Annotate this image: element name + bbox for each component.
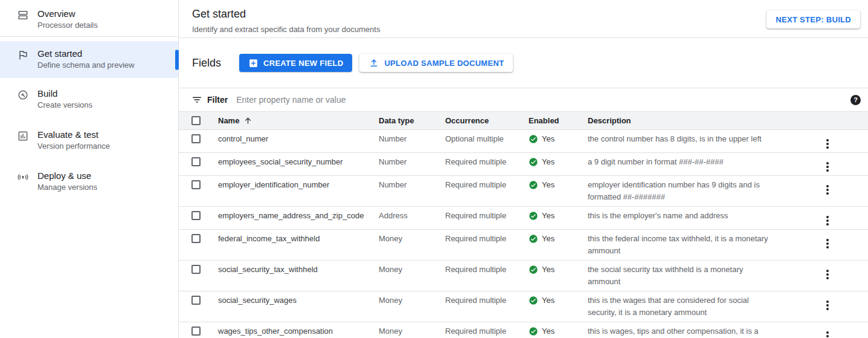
field-occurrence: Required multiple (445, 294, 529, 307)
field-occurrence: Required multiple (445, 264, 529, 276)
table-row: employees_social_security_number Number … (179, 153, 868, 176)
field-data-type: Money (379, 294, 445, 307)
sidebar-item-sublabel: Define schema and preview (37, 60, 134, 71)
row-menu-button[interactable] (825, 331, 831, 338)
check-circle-icon (529, 211, 538, 221)
field-enabled-label: Yes (542, 156, 555, 168)
table-row: social_security_wages Money Required mul… (179, 291, 868, 322)
create-new-field-button[interactable]: CREATE NEW FIELD (239, 54, 352, 72)
field-occurrence: Required multiple (445, 210, 529, 222)
field-enabled: Yes (529, 294, 588, 307)
filter-input[interactable] (236, 95, 850, 105)
field-enabled: Yes (529, 210, 588, 222)
field-description: this is the wages that are considered fo… (588, 294, 823, 319)
select-all-checkbox[interactable] (191, 116, 201, 125)
check-circle-icon (529, 157, 538, 167)
field-name: federal_income_tax_withheld (218, 233, 379, 245)
field-enabled: Yes (529, 325, 588, 337)
upload-sample-document-label: UPLOAD SAMPLE DOCUMENT (384, 59, 504, 68)
field-data-type: Number (379, 156, 445, 168)
sidebar-item-evaluate-test[interactable]: Evaluate & test Version performance (0, 125, 178, 155)
upload-icon (368, 57, 379, 68)
column-header-enabled[interactable]: Enabled (529, 116, 588, 125)
flag-icon (17, 49, 29, 61)
sidebar-item-sublabel: Processor details (37, 20, 98, 31)
table-body: control_numer Number Optional multiple Y… (179, 130, 868, 338)
row-checkbox[interactable] (191, 211, 201, 220)
column-header-data-type[interactable]: Data type (379, 116, 445, 125)
row-checkbox[interactable] (191, 327, 201, 336)
add-box-icon (248, 58, 259, 68)
deploy-icon (17, 171, 29, 183)
field-occurrence: Required multiple (445, 156, 529, 168)
check-circle-icon (529, 234, 538, 244)
check-circle-icon (529, 265, 538, 275)
field-description: this is the employer's name and address (588, 210, 823, 222)
sidebar-item-overview[interactable]: Overview Processor details (0, 5, 178, 34)
field-name: employer_identification_number (218, 179, 379, 191)
field-enabled-label: Yes (542, 210, 555, 222)
filter-icon (191, 94, 202, 105)
field-enabled: Yes (529, 179, 588, 191)
upload-sample-document-button[interactable]: UPLOAD SAMPLE DOCUMENT (359, 54, 513, 72)
field-name: employees_social_security_number (218, 156, 379, 168)
field-data-type: Money (379, 264, 445, 276)
table-header-row: Name Data type Occurrence Enabled Descri… (179, 112, 868, 130)
create-new-field-label: CREATE NEW FIELD (263, 59, 343, 68)
build-icon (17, 89, 29, 101)
field-occurrence: Required multiple (445, 325, 529, 337)
sidebar-item-label: Build (37, 88, 92, 99)
sidebar: Overview Processor details Get started D… (0, 0, 179, 338)
fields-section-header: Fields CREATE NEW FIELD UPLOAD SAMPLE DO… (179, 38, 868, 88)
field-description: the control number has 8 digits, is in t… (588, 133, 823, 145)
field-enabled: Yes (529, 156, 588, 168)
page-header: Get started Identify and extract specifi… (179, 0, 868, 38)
filter-label: Filter (207, 95, 228, 105)
page-subtitle: Identify and extract specific data from … (192, 25, 380, 34)
field-description: employer identification number has 9 dig… (588, 179, 823, 203)
table-row: employers_name_address_and_zip_code Addr… (179, 207, 868, 230)
field-data-type: Number (379, 133, 445, 145)
main-content: Get started Identify and extract specifi… (179, 0, 868, 338)
next-step-build-label: NEXT STEP: BUILD (776, 15, 851, 24)
column-header-description[interactable]: Description (588, 116, 823, 125)
field-data-type: Money (379, 233, 445, 245)
row-checkbox[interactable] (191, 157, 201, 166)
help-icon[interactable] (850, 95, 861, 105)
row-checkbox[interactable] (191, 134, 201, 143)
field-name: wages_tips_other_compensation (218, 325, 379, 337)
sidebar-item-label: Evaluate & test (37, 129, 110, 140)
field-description: a 9 digit number in format ###-##-#### (588, 156, 823, 168)
page-title: Get started (192, 8, 380, 21)
row-menu-button[interactable] (825, 269, 831, 280)
field-name: social_security_wages (218, 294, 379, 307)
evaluate-icon (17, 130, 29, 142)
sidebar-item-build[interactable]: Build Create versions (0, 84, 178, 114)
check-circle-icon (529, 327, 538, 336)
sidebar-item-label: Overview (37, 8, 98, 19)
sort-ascending-icon (243, 116, 252, 125)
row-menu-button[interactable] (825, 138, 831, 149)
row-checkbox[interactable] (191, 296, 201, 305)
row-menu-button[interactable] (825, 215, 831, 226)
sidebar-item-sublabel: Manage versions (37, 182, 97, 193)
row-menu-button[interactable] (825, 238, 831, 249)
row-checkbox[interactable] (191, 234, 201, 243)
field-name: control_numer (218, 133, 379, 145)
row-menu-button[interactable] (825, 161, 831, 172)
overview-icon (17, 9, 29, 21)
field-occurrence: Required multiple (445, 233, 529, 245)
check-circle-icon (529, 134, 538, 144)
table-row: control_numer Number Optional multiple Y… (179, 130, 868, 153)
row-menu-button[interactable] (825, 300, 831, 311)
sidebar-item-sublabel: Create versions (37, 100, 92, 111)
row-checkbox[interactable] (191, 265, 201, 274)
column-header-name[interactable]: Name (218, 116, 379, 125)
sidebar-item-deploy-use[interactable]: Deploy & use Manage versions (0, 166, 178, 197)
row-menu-button[interactable] (825, 184, 831, 195)
field-description: this is wages, tips and other compensati… (588, 325, 823, 338)
column-header-occurrence[interactable]: Occurrence (445, 116, 529, 125)
next-step-build-button[interactable]: NEXT STEP: BUILD (767, 10, 860, 28)
sidebar-item-get-started[interactable]: Get started Define schema and preview (0, 41, 178, 78)
row-checkbox[interactable] (191, 180, 201, 189)
